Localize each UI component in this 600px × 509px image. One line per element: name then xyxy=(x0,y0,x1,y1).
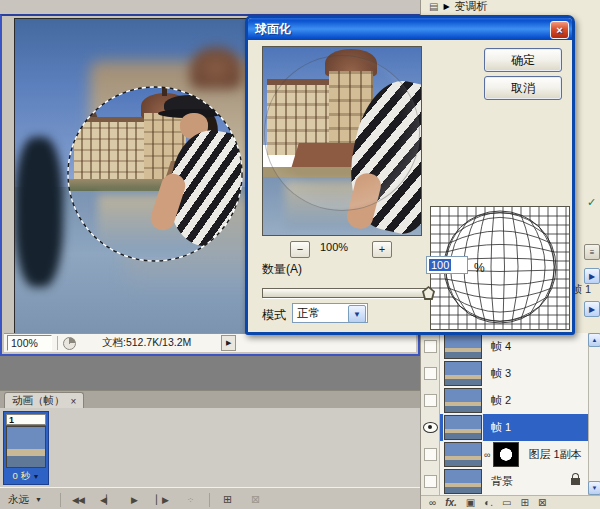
status-icon[interactable] xyxy=(63,337,76,350)
visibility-box xyxy=(424,367,437,380)
delete-layer-icon[interactable]: ⊠ xyxy=(538,498,546,508)
animation-controls: 永远 ▼ ◀◀ ◀▏ ▶ ▏▶ ⁘ ⊞ ⊠ xyxy=(0,487,420,509)
zoom-input[interactable]: 100% xyxy=(7,335,52,351)
preview-zoom-out-button[interactable]: − xyxy=(290,241,310,258)
layer-row-layer1-copy[interactable]: ∞ 图层 1副本 xyxy=(421,441,588,469)
next-frame-button[interactable]: ▏▶ xyxy=(151,495,173,505)
chevron-down-icon: ▼ xyxy=(592,485,598,491)
animation-frames-area: 1 0 秒 ▼ xyxy=(0,408,420,487)
tween-button[interactable]: ⁘ xyxy=(179,495,201,505)
visibility-toggle[interactable] xyxy=(421,414,440,441)
visibility-toggle[interactable] xyxy=(421,333,440,360)
link-layers-icon[interactable]: ∞ xyxy=(429,498,436,508)
scroll-down-button[interactable]: ▼ xyxy=(588,481,600,495)
frame-number: 1 xyxy=(6,414,46,425)
layer-thumbnail[interactable] xyxy=(444,361,482,386)
partial-panel-item[interactable]: ▤ ▶ 变调析 xyxy=(429,0,488,13)
photo-trees xyxy=(15,137,63,287)
layer-label[interactable]: 帧 1 xyxy=(491,420,511,435)
photoshop-workspace: ▤ ▶ 变调析 ✓ ≡ ▶ 帧 1 ▶ 帧 4 帧 3 帧 2 帧 1 xyxy=(0,0,600,509)
action-play-button-2[interactable]: ▶ xyxy=(584,301,600,317)
frame-delay[interactable]: 0 秒 ▼ xyxy=(4,470,48,483)
dropdown-arrow-button[interactable]: ▼ xyxy=(348,305,366,323)
spherized-selection-area[interactable] xyxy=(68,87,242,261)
layer-row-background[interactable]: 背景 xyxy=(421,468,588,496)
amount-input[interactable]: 100 xyxy=(426,256,468,274)
mode-value: 正常 xyxy=(297,306,320,321)
mask-link-icon: ∞ xyxy=(484,450,490,460)
amount-unit: % xyxy=(474,261,485,275)
ok-button[interactable]: 确定 xyxy=(484,48,562,72)
ok-label: 确定 xyxy=(511,52,535,69)
partial-item-label: 变调析 xyxy=(455,0,488,14)
menu-icon: ≡ xyxy=(590,248,595,257)
layer-label[interactable]: 帧 2 xyxy=(491,393,511,408)
dialog-title-bar[interactable]: 球面化 × xyxy=(248,18,572,40)
layer-thumbnail[interactable] xyxy=(444,388,482,413)
photo-blurred-dome xyxy=(190,47,242,89)
layer-thumbnail[interactable] xyxy=(444,334,482,359)
castle-building xyxy=(74,117,148,182)
plus-icon: + xyxy=(379,244,385,255)
play-icon: ▶ xyxy=(589,305,595,314)
layer-thumbnail[interactable] xyxy=(444,442,482,467)
play-button[interactable]: ▶ xyxy=(123,495,145,505)
tab-close-icon[interactable]: × xyxy=(71,396,77,407)
status-menu-button[interactable]: ▶ xyxy=(221,335,236,351)
preview-zoom-in-button[interactable]: + xyxy=(372,241,392,258)
amount-slider[interactable] xyxy=(262,288,432,298)
add-mask-icon[interactable]: ▣ xyxy=(466,498,475,508)
play-arrow-icon: ▶ xyxy=(443,2,449,11)
chevron-down-icon: ▼ xyxy=(353,310,361,319)
visibility-box xyxy=(424,340,437,353)
play-icon: ▶ xyxy=(589,272,595,281)
frame-thumbnail[interactable] xyxy=(6,426,46,468)
divider xyxy=(60,493,61,507)
layer-style-icon[interactable]: fx. xyxy=(445,498,457,508)
layer-thumbnail[interactable] xyxy=(444,415,482,440)
adjustment-layer-icon[interactable]: ◐. xyxy=(484,498,493,508)
dialog-body: − 100% + 确定 取消 数量(A) 100 % 模式 正常 ▼ xyxy=(248,40,572,332)
mode-dropdown[interactable]: 正常 ▼ xyxy=(292,303,368,323)
layer-thumbnail[interactable] xyxy=(444,469,482,494)
scroll-up-button[interactable]: ▲ xyxy=(588,333,600,347)
layers-button-bar: ∞ fx. ▣ ◐. ▭ ⊞ ⊠ xyxy=(421,495,600,509)
visibility-toggle[interactable] xyxy=(421,468,440,495)
loop-dropdown[interactable]: 永远 ▼ xyxy=(8,493,52,507)
new-group-icon[interactable]: ▭ xyxy=(502,498,511,508)
animation-tab-bar: 动画（帧） × xyxy=(0,391,420,409)
cancel-button[interactable]: 取消 xyxy=(484,76,562,100)
eye-icon xyxy=(423,422,438,433)
new-layer-icon[interactable]: ⊞ xyxy=(521,498,529,508)
divider xyxy=(57,336,58,350)
layer-label[interactable]: 背景 xyxy=(491,474,513,489)
layer-label[interactable]: 帧 4 xyxy=(491,339,511,354)
layer-row-frame3[interactable]: 帧 3 xyxy=(421,360,588,388)
layer-mask-thumbnail[interactable] xyxy=(493,442,519,467)
delete-frame-button[interactable]: ⊠ xyxy=(244,493,266,506)
triangle-right-icon: ▶ xyxy=(226,339,231,347)
layer-label[interactable]: 帧 3 xyxy=(491,366,511,381)
document-status-bar: 100% 文档:512.7K/13.2M ▶ xyxy=(4,333,416,352)
new-frame-button[interactable]: ⊞ xyxy=(216,493,238,506)
visibility-toggle[interactable] xyxy=(421,360,440,387)
first-frame-button[interactable]: ◀◀ xyxy=(67,495,89,505)
layer-row-frame2[interactable]: 帧 2 xyxy=(421,387,588,415)
filter-preview[interactable] xyxy=(262,46,422,236)
prev-frame-button[interactable]: ◀▏ xyxy=(95,495,117,505)
visibility-box xyxy=(424,394,437,407)
visibility-toggle[interactable] xyxy=(421,441,440,468)
animation-frame-1[interactable]: 1 0 秒 ▼ xyxy=(3,411,49,485)
amount-label: 数量(A) xyxy=(262,261,302,278)
visibility-toggle[interactable] xyxy=(421,387,440,414)
close-icon: × xyxy=(556,25,562,36)
animation-tab[interactable]: 动画（帧） × xyxy=(4,392,84,409)
layer-row-frame1-selected[interactable]: 帧 1 xyxy=(421,414,588,442)
preview-zoom-value: 100% xyxy=(320,241,348,253)
panel-menu-button[interactable]: ≡ xyxy=(584,244,600,260)
close-button[interactable]: × xyxy=(550,21,569,39)
layer-row-frame4[interactable]: 帧 4 xyxy=(421,333,588,361)
animation-tab-label: 动画（帧） xyxy=(12,394,65,408)
layer-label[interactable]: 图层 1副本 xyxy=(528,447,581,462)
layers-scrollbar-track[interactable] xyxy=(588,333,600,495)
